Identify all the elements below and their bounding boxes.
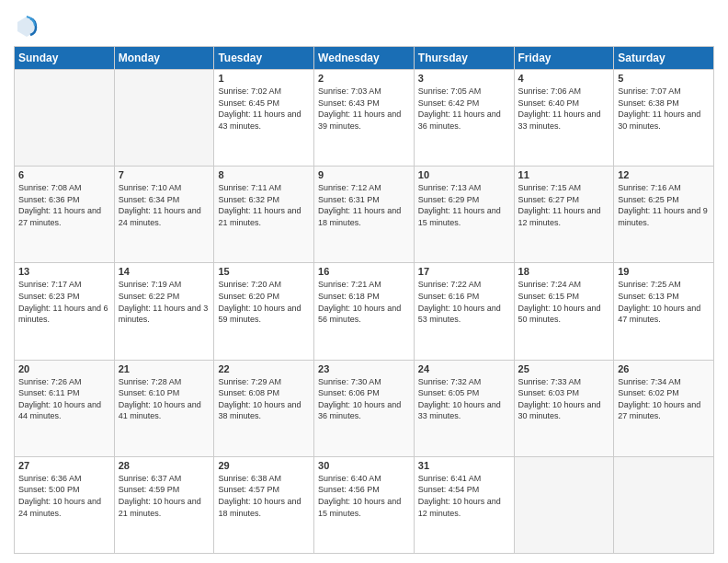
calendar-day-cell: 23Sunrise: 7:30 AM Sunset: 6:06 PM Dayli…	[314, 360, 415, 456]
header	[14, 9, 714, 39]
day-info: Sunrise: 7:03 AM Sunset: 6:43 PM Dayligh…	[318, 86, 410, 132]
day-info: Sunrise: 7:22 AM Sunset: 6:16 PM Dayligh…	[418, 279, 510, 325]
day-number: 23	[318, 363, 410, 374]
day-info: Sunrise: 7:30 AM Sunset: 6:06 PM Dayligh…	[318, 376, 410, 422]
day-number: 28	[119, 460, 210, 471]
day-number: 10	[418, 169, 510, 180]
day-info: Sunrise: 7:11 AM Sunset: 6:32 PM Dayligh…	[218, 182, 310, 228]
calendar-week-row: 1Sunrise: 7:02 AM Sunset: 6:45 PM Daylig…	[15, 70, 714, 167]
day-number: 4	[518, 73, 610, 84]
day-number: 31	[418, 460, 510, 471]
day-info: Sunrise: 6:36 AM Sunset: 5:00 PM Dayligh…	[18, 473, 110, 519]
day-info: Sunrise: 7:26 AM Sunset: 6:11 PM Dayligh…	[18, 376, 110, 422]
calendar-day-cell	[114, 70, 214, 167]
day-number: 12	[618, 169, 710, 180]
day-info: Sunrise: 7:15 AM Sunset: 6:27 PM Dayligh…	[518, 182, 610, 228]
day-info: Sunrise: 7:10 AM Sunset: 6:34 PM Dayligh…	[119, 182, 210, 228]
day-number: 24	[418, 363, 510, 374]
calendar-week-row: 20Sunrise: 7:26 AM Sunset: 6:11 PM Dayli…	[15, 360, 714, 456]
day-number: 30	[318, 460, 410, 471]
calendar-day-cell: 24Sunrise: 7:32 AM Sunset: 6:05 PM Dayli…	[414, 360, 514, 456]
calendar-day-cell: 4Sunrise: 7:06 AM Sunset: 6:40 PM Daylig…	[514, 70, 614, 167]
calendar-header-row: SundayMondayTuesdayWednesdayThursdayFrid…	[15, 47, 714, 70]
calendar-day-cell: 30Sunrise: 6:40 AM Sunset: 4:56 PM Dayli…	[314, 456, 415, 553]
day-info: Sunrise: 7:05 AM Sunset: 6:42 PM Dayligh…	[418, 86, 510, 132]
logo	[14, 13, 43, 39]
day-number: 9	[318, 169, 410, 180]
day-number: 25	[518, 363, 610, 374]
day-number: 7	[119, 169, 210, 180]
day-number: 17	[418, 266, 510, 277]
day-number: 8	[218, 169, 310, 180]
calendar-week-row: 27Sunrise: 6:36 AM Sunset: 5:00 PM Dayli…	[15, 456, 714, 553]
calendar-day-cell: 29Sunrise: 6:38 AM Sunset: 4:57 PM Dayli…	[214, 456, 314, 553]
calendar-day-cell	[514, 456, 614, 553]
calendar-header-friday: Friday	[514, 47, 614, 70]
day-number: 15	[218, 266, 310, 277]
calendar-day-cell: 5Sunrise: 7:07 AM Sunset: 6:38 PM Daylig…	[614, 70, 714, 167]
day-info: Sunrise: 6:41 AM Sunset: 4:54 PM Dayligh…	[418, 473, 510, 519]
calendar-day-cell: 15Sunrise: 7:20 AM Sunset: 6:20 PM Dayli…	[214, 263, 314, 360]
calendar-day-cell: 9Sunrise: 7:12 AM Sunset: 6:31 PM Daylig…	[314, 167, 415, 263]
day-info: Sunrise: 7:29 AM Sunset: 6:08 PM Dayligh…	[218, 376, 310, 422]
calendar-day-cell: 17Sunrise: 7:22 AM Sunset: 6:16 PM Dayli…	[414, 263, 514, 360]
calendar-header-thursday: Thursday	[414, 47, 514, 70]
day-info: Sunrise: 7:25 AM Sunset: 6:13 PM Dayligh…	[618, 279, 710, 325]
calendar-day-cell: 6Sunrise: 7:08 AM Sunset: 6:36 PM Daylig…	[15, 167, 115, 263]
calendar-header-saturday: Saturday	[614, 47, 714, 70]
day-number: 16	[318, 266, 410, 277]
calendar-day-cell: 8Sunrise: 7:11 AM Sunset: 6:32 PM Daylig…	[214, 167, 314, 263]
day-info: Sunrise: 6:37 AM Sunset: 4:59 PM Dayligh…	[119, 473, 210, 519]
calendar-day-cell	[15, 70, 115, 167]
day-info: Sunrise: 7:08 AM Sunset: 6:36 PM Dayligh…	[18, 182, 110, 228]
day-info: Sunrise: 7:06 AM Sunset: 6:40 PM Dayligh…	[518, 86, 610, 132]
calendar-header-monday: Monday	[114, 47, 214, 70]
day-number: 20	[18, 363, 110, 374]
day-info: Sunrise: 7:28 AM Sunset: 6:10 PM Dayligh…	[119, 376, 210, 422]
day-number: 29	[218, 460, 310, 471]
calendar-day-cell: 22Sunrise: 7:29 AM Sunset: 6:08 PM Dayli…	[214, 360, 314, 456]
calendar-day-cell: 1Sunrise: 7:02 AM Sunset: 6:45 PM Daylig…	[214, 70, 314, 167]
day-info: Sunrise: 6:40 AM Sunset: 4:56 PM Dayligh…	[318, 473, 410, 519]
day-info: Sunrise: 7:24 AM Sunset: 6:15 PM Dayligh…	[518, 279, 610, 325]
calendar-day-cell: 3Sunrise: 7:05 AM Sunset: 6:42 PM Daylig…	[414, 70, 514, 167]
calendar-day-cell: 25Sunrise: 7:33 AM Sunset: 6:03 PM Dayli…	[514, 360, 614, 456]
day-info: Sunrise: 7:20 AM Sunset: 6:20 PM Dayligh…	[218, 279, 310, 325]
calendar-day-cell: 12Sunrise: 7:16 AM Sunset: 6:25 PM Dayli…	[614, 167, 714, 263]
day-info: Sunrise: 7:33 AM Sunset: 6:03 PM Dayligh…	[518, 376, 610, 422]
day-number: 11	[518, 169, 610, 180]
day-info: Sunrise: 7:17 AM Sunset: 6:23 PM Dayligh…	[18, 279, 110, 325]
day-number: 21	[119, 363, 210, 374]
day-number: 3	[418, 73, 510, 84]
calendar-header-wednesday: Wednesday	[314, 47, 415, 70]
calendar-day-cell: 31Sunrise: 6:41 AM Sunset: 4:54 PM Dayli…	[414, 456, 514, 553]
calendar-day-cell: 2Sunrise: 7:03 AM Sunset: 6:43 PM Daylig…	[314, 70, 415, 167]
calendar-day-cell: 18Sunrise: 7:24 AM Sunset: 6:15 PM Dayli…	[514, 263, 614, 360]
calendar-day-cell: 28Sunrise: 6:37 AM Sunset: 4:59 PM Dayli…	[114, 456, 214, 553]
day-number: 6	[18, 169, 110, 180]
generalblue-icon	[14, 13, 40, 39]
day-number: 22	[218, 363, 310, 374]
page: SundayMondayTuesdayWednesdayThursdayFrid…	[0, 0, 728, 563]
calendar-day-cell: 21Sunrise: 7:28 AM Sunset: 6:10 PM Dayli…	[114, 360, 214, 456]
calendar-table: SundayMondayTuesdayWednesdayThursdayFrid…	[14, 46, 714, 554]
calendar-day-cell	[614, 456, 714, 553]
calendar-day-cell: 16Sunrise: 7:21 AM Sunset: 6:18 PM Dayli…	[314, 263, 415, 360]
day-info: Sunrise: 7:16 AM Sunset: 6:25 PM Dayligh…	[618, 182, 710, 228]
day-number: 19	[618, 266, 710, 277]
calendar-header-sunday: Sunday	[15, 47, 115, 70]
calendar-day-cell: 27Sunrise: 6:36 AM Sunset: 5:00 PM Dayli…	[15, 456, 115, 553]
day-info: Sunrise: 6:38 AM Sunset: 4:57 PM Dayligh…	[218, 473, 310, 519]
calendar-header-tuesday: Tuesday	[214, 47, 314, 70]
day-number: 2	[318, 73, 410, 84]
day-info: Sunrise: 7:13 AM Sunset: 6:29 PM Dayligh…	[418, 182, 510, 228]
calendar-day-cell: 19Sunrise: 7:25 AM Sunset: 6:13 PM Dayli…	[614, 263, 714, 360]
calendar-day-cell: 7Sunrise: 7:10 AM Sunset: 6:34 PM Daylig…	[114, 167, 214, 263]
day-number: 18	[518, 266, 610, 277]
day-info: Sunrise: 7:19 AM Sunset: 6:22 PM Dayligh…	[119, 279, 210, 325]
calendar-week-row: 6Sunrise: 7:08 AM Sunset: 6:36 PM Daylig…	[15, 167, 714, 263]
calendar-day-cell: 11Sunrise: 7:15 AM Sunset: 6:27 PM Dayli…	[514, 167, 614, 263]
day-info: Sunrise: 7:21 AM Sunset: 6:18 PM Dayligh…	[318, 279, 410, 325]
calendar-day-cell: 20Sunrise: 7:26 AM Sunset: 6:11 PM Dayli…	[15, 360, 115, 456]
day-number: 14	[119, 266, 210, 277]
